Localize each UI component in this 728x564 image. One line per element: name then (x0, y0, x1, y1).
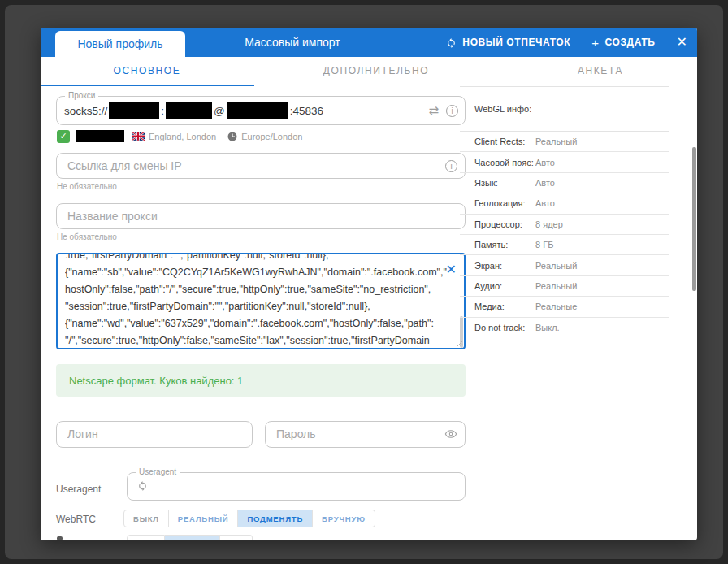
row-value: Реальный (535, 281, 577, 291)
panel-row-language: Язык: Авто (460, 173, 670, 193)
row-label: Процессор: (474, 219, 535, 229)
create-label: СОЗДАТЬ (605, 37, 656, 48)
alert-text: Netscape формат. Куков найдено: 1 (69, 375, 243, 387)
proxy-separator: : (161, 105, 164, 117)
plus-icon: + (592, 36, 599, 50)
panel-row-memory: Память: 8 ГБ (460, 235, 670, 255)
row-label: Client Rects: (474, 137, 535, 146)
proxy-check-icon[interactable]: ✓ (57, 130, 70, 143)
new-profile-dialog: Новый профиль Массовый импорт НОВЫЙ ОТПЕ… (41, 28, 697, 540)
tab-new-profile[interactable]: Новый профиль (55, 31, 185, 57)
dialog-header: Новый профиль Массовый импорт НОВЫЙ ОТПЕ… (41, 28, 697, 57)
login-input[interactable]: Логин (56, 421, 253, 448)
create-button[interactable]: + СОЗДАТЬ (592, 36, 655, 50)
row-label: Язык: (474, 178, 535, 188)
cookies-content: :true,"firstPartyDomain":"","partitionKe… (65, 253, 451, 349)
change-ip-helper: Не обязательно (57, 182, 117, 191)
panel-row-media: Медиа: Реальные (460, 297, 670, 317)
proxy-geo-location: England, London (149, 132, 216, 141)
row-label: Медиа: (474, 302, 535, 311)
dialog-scrollbar[interactable] (692, 147, 696, 291)
fingerprint-panel: WebGL инфо: Client Rects: Реальный Часов… (460, 86, 670, 338)
row-label: Do not track: (474, 323, 535, 332)
row-label: Память: (474, 240, 535, 249)
section-tabbar: ОСНОВНОЕ ДОПОЛНИТЕЛЬНО АНКЕТА (41, 57, 697, 86)
panel-row-screen: Экран: Реальный (460, 255, 670, 275)
useragent-input[interactable]: Useragent (127, 472, 466, 501)
clipped-button[interactable] (165, 535, 220, 540)
redacted-proxy-port (166, 102, 212, 119)
redacted-proxy-host (109, 102, 159, 119)
panel-row-client-rects: Client Rects: Реальный (460, 132, 670, 152)
clipped-label-fragment (57, 536, 63, 540)
row-value: Реальный (535, 261, 577, 271)
row-label: Геолокация: (474, 198, 535, 208)
row-value: Реальный (535, 137, 577, 146)
row-label: WebGL инфо: (474, 104, 535, 114)
row-value: Авто (535, 158, 555, 167)
webrtc-real-button[interactable]: РЕАЛЬНЫЙ (169, 510, 239, 527)
change-ip-placeholder: Ссылка для смены IP (67, 159, 182, 172)
tab-additional[interactable]: ДОПОЛНИТЕЛЬНО (311, 57, 441, 85)
proxy-geo-timezone: Europe/London (241, 132, 302, 141)
close-icon[interactable]: ✕ (677, 36, 687, 49)
proxy-name-input[interactable]: Название прокси (56, 203, 466, 229)
tab-main[interactable]: ОСНОВНОЕ (94, 57, 200, 85)
sync-icon (446, 37, 457, 48)
clipped-button[interactable] (220, 535, 253, 540)
panel-row-geolocation: Геолокация: Авто (460, 193, 670, 214)
login-placeholder: Логин (67, 427, 98, 440)
proxy-check-row: ✓ England, London Europe/London (57, 129, 302, 143)
resize-handle-icon[interactable] (457, 341, 463, 347)
proxy-at: @ (214, 105, 225, 117)
proxy-input[interactable]: Прокси socks5:// : @ :45836 ⇄ i (56, 96, 466, 125)
clear-cookies-icon[interactable]: ✕ (446, 263, 457, 276)
proxy-scheme: socks5:// (64, 105, 107, 117)
clipped-button-group (127, 535, 253, 540)
refresh-icon[interactable] (137, 480, 148, 491)
change-ip-input[interactable]: Ссылка для смены IP i (56, 153, 466, 179)
panel-row-audio: Аудио: Реальный (460, 276, 670, 297)
redacted-proxy-ip (76, 130, 124, 142)
info-icon[interactable]: i (446, 105, 458, 117)
active-tab-underline (41, 85, 254, 86)
eye-icon[interactable] (444, 427, 457, 440)
proxy-name-placeholder: Название прокси (67, 210, 158, 223)
cookies-textarea[interactable]: :true,"firstPartyDomain":"","partitionKe… (56, 253, 466, 349)
webrtc-label: WebRTC (56, 514, 96, 525)
proxy-name-helper: Не обязательно (57, 232, 117, 241)
useragent-legend: Useragent (136, 467, 180, 477)
row-label: Часовой пояс: (474, 158, 535, 167)
password-placeholder: Пароль (276, 427, 316, 440)
tab-mass-import[interactable]: Массовый импорт (221, 28, 364, 57)
clipped-button[interactable] (127, 535, 165, 540)
proxy-port-suffix: :45836 (290, 105, 323, 117)
row-value: 8 ГБ (535, 240, 553, 249)
info-icon[interactable]: i (445, 160, 457, 172)
redacted-proxy-credentials (227, 102, 288, 119)
row-value: 8 ядер (535, 219, 563, 229)
panel-row-timezone: Часовой пояс: Авто (460, 152, 670, 172)
row-value: Выкл. (535, 323, 560, 332)
new-fingerprint-label: НОВЫЙ ОТПЕЧАТОК (462, 37, 570, 48)
webrtc-substitute-button[interactable]: ПОДМЕНЯТЬ (238, 510, 313, 527)
panel-row-cpu: Процессор: 8 ядер (460, 215, 670, 235)
tab-questionnaire[interactable]: АНКЕТА (564, 57, 637, 85)
uk-flag-icon (132, 132, 145, 141)
modal-backdrop: Новый профиль Массовый импорт НОВЫЙ ОТПЕ… (5, 5, 723, 559)
row-label: Аудио: (474, 281, 535, 291)
panel-row-webgl: WebGL инфо: (460, 87, 670, 132)
webrtc-button-group: ВЫКЛ РЕАЛЬНЫЙ ПОДМЕНЯТЬ ВРУЧНУЮ (124, 510, 375, 527)
panel-row-do-not-track: Do not track: Выкл. (460, 318, 670, 338)
clock-icon (228, 132, 237, 141)
row-value: Авто (535, 198, 555, 208)
row-value: Реальные (535, 302, 577, 311)
webrtc-off-button[interactable]: ВЫКЛ (124, 510, 169, 527)
new-fingerprint-button[interactable]: НОВЫЙ ОТПЕЧАТОК (446, 37, 570, 48)
row-label: Экран: (474, 261, 535, 271)
password-input[interactable]: Пароль (265, 421, 466, 448)
webrtc-manual-button[interactable]: ВРУЧНУЮ (313, 510, 375, 527)
swap-icon[interactable]: ⇄ (428, 103, 439, 118)
proxy-value: socks5:// : @ :45836 (64, 97, 323, 124)
cookies-format-alert: Netscape формат. Куков найдено: 1 (56, 364, 466, 397)
